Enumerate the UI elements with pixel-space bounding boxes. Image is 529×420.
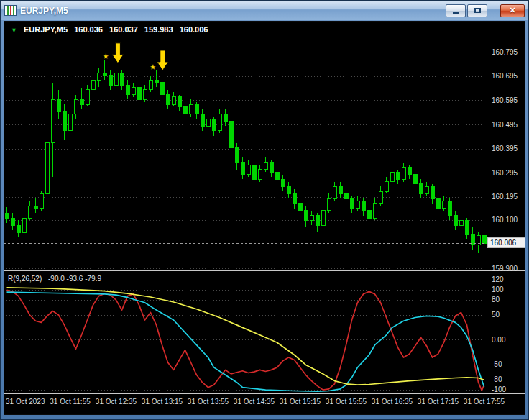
price-axis-label: 160.195 bbox=[492, 193, 518, 201]
ohlc-low: 159.983 bbox=[144, 25, 173, 34]
maximize-icon bbox=[474, 8, 481, 13]
indicator-axis-label: 100 bbox=[492, 286, 504, 293]
time-axis-label: 31 Oct 12:35 bbox=[96, 398, 137, 406]
indicator-axis-label: -50 bbox=[492, 360, 502, 368]
indicator-axis-label: -80 bbox=[492, 375, 502, 383]
minimize-button[interactable] bbox=[446, 4, 466, 17]
window-titlebar[interactable]: EURJPY,M5 ✕ bbox=[1, 1, 528, 20]
ohlc-close: 160.006 bbox=[180, 25, 208, 34]
time-axis-label: 31 Oct 13:15 bbox=[142, 398, 183, 406]
indicator-axis-label: 50 bbox=[492, 311, 500, 319]
window-controls: ✕ bbox=[444, 4, 525, 17]
time-axis-label: 31 Oct 17:15 bbox=[418, 398, 459, 406]
chart-window-icon bbox=[4, 5, 17, 16]
indicator-name: R(9,26,52) bbox=[8, 275, 42, 283]
time-axis[interactable]: 31 Oct 2023 31 Oct 11:5531 Oct 12:3531 O… bbox=[4, 393, 525, 415]
time-axis-label: 31 Oct 17:55 bbox=[464, 398, 505, 406]
date-label: 31 Oct 2023 bbox=[6, 398, 45, 406]
ohlc-symbol: EURJPY,M5 bbox=[24, 25, 68, 34]
svg-text:★: ★ bbox=[150, 63, 157, 71]
current-price-tag: 160.006 bbox=[487, 237, 525, 248]
indicator-axis-label: 0.00 bbox=[492, 336, 505, 344]
price-axis-label: 160.395 bbox=[492, 145, 518, 152]
symbol-dropdown-icon[interactable]: ▼ bbox=[11, 27, 17, 34]
indicator-axis-label: 80 bbox=[492, 296, 500, 303]
indicator-axis-labels: 12010080500.00-50-80-100 bbox=[487, 273, 527, 393]
chart-window: EURJPY,M5 ✕ ★★ ▼ EURJPY,M5 160.036 160.0… bbox=[0, 0, 529, 420]
maximize-button[interactable] bbox=[467, 4, 487, 17]
price-pane[interactable]: ★★ ▼ EURJPY,M5 160.036 160.037 159.983 1… bbox=[4, 21, 487, 270]
price-axis-label: 160.495 bbox=[492, 121, 518, 129]
time-axis-label: 31 Oct 15:15 bbox=[280, 398, 321, 406]
time-axis-label: 31 Oct 15:55 bbox=[326, 398, 367, 406]
indicator-pane[interactable]: R(9,26,52) -90.0 -93.6 -79.9 bbox=[4, 273, 487, 393]
ohlc-readout: ▼ EURJPY,M5 160.036 160.037 159.983 160.… bbox=[11, 25, 212, 34]
price-axis-label: 159.900 bbox=[492, 265, 518, 273]
close-icon: ✕ bbox=[509, 6, 515, 14]
price-axis-label: 160.295 bbox=[492, 169, 518, 177]
oscillator-plot[interactable] bbox=[4, 273, 487, 393]
chart-area: ★★ ▼ EURJPY,M5 160.036 160.037 159.983 1… bbox=[4, 21, 525, 415]
ohlc-open: 160.036 bbox=[74, 25, 103, 34]
indicator-axis-label: -100 bbox=[492, 385, 506, 393]
minimize-icon bbox=[453, 12, 459, 14]
time-axis-label: 31 Oct 11:55 bbox=[50, 398, 91, 406]
indicator-axis-label: 120 bbox=[492, 275, 504, 283]
price-axis[interactable]: 160.795160.695160.595160.495160.395160.2… bbox=[487, 21, 527, 393]
candlestick-plot[interactable]: ★★ bbox=[4, 21, 487, 270]
price-axis-label: 160.595 bbox=[492, 96, 518, 104]
price-axis-label: 160.795 bbox=[492, 48, 518, 56]
time-axis-label: 31 Oct 13:55 bbox=[188, 398, 229, 406]
close-button[interactable]: ✕ bbox=[500, 4, 525, 17]
time-axis-label: 31 Oct 14:35 bbox=[234, 398, 275, 406]
svg-text:★: ★ bbox=[102, 52, 109, 60]
time-axis-label: 31 Oct 16:35 bbox=[372, 398, 413, 406]
ohlc-high: 160.037 bbox=[109, 25, 138, 34]
window-title: EURJPY,M5 bbox=[20, 6, 68, 16]
price-axis-label: 160.100 bbox=[492, 216, 518, 224]
indicator-values: -90.0 -93.6 -79.9 bbox=[48, 275, 101, 283]
price-axis-label: 160.695 bbox=[492, 72, 518, 80]
indicator-readout: R(9,26,52) -90.0 -93.6 -79.9 bbox=[8, 275, 106, 283]
